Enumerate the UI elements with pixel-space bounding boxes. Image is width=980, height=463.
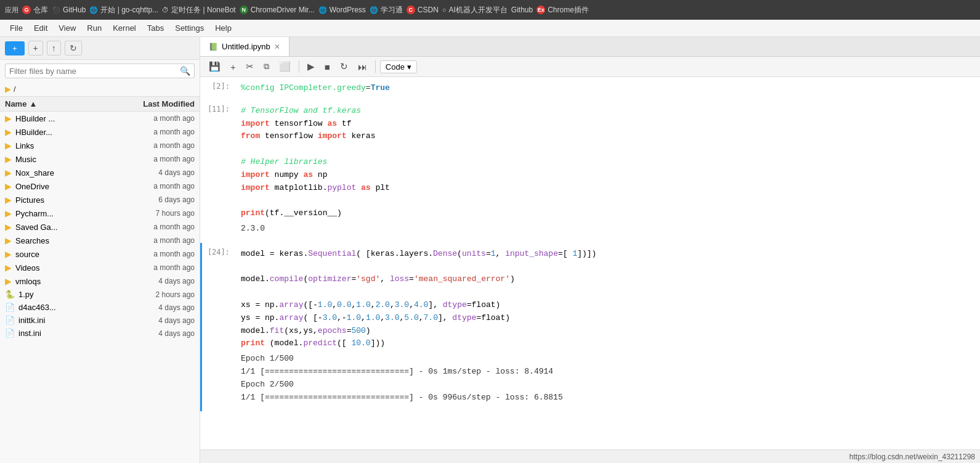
notebook-tab-icon: 📗	[209, 43, 218, 51]
list-item[interactable]: 📄inst.ini 4 days ago	[0, 327, 200, 340]
notebook-tab[interactable]: 📗 Untitled.ipynb ✕	[200, 37, 290, 56]
browser-item-csdn[interactable]: C CSDN	[407, 6, 439, 14]
list-item[interactable]: ▶Saved Ga... a month ago	[0, 220, 200, 234]
file-modified: 6 days ago	[121, 195, 195, 204]
menu-kernel[interactable]: Kernel	[108, 22, 141, 35]
list-item[interactable]: ▶Searches a month ago	[0, 234, 200, 247]
file-modified: 4 days ago	[121, 316, 195, 325]
status-url: https://blog.csdn.net/weixin_43211298	[849, 453, 975, 461]
file-modified: a month ago	[121, 141, 195, 150]
file-modified: 2 hours ago	[121, 290, 195, 299]
code-block: # TensorFlow and tf.keras import tensorf…	[241, 105, 975, 220]
browser-item-apps[interactable]: 应用	[5, 6, 18, 15]
file-name: Music	[15, 155, 36, 164]
cut-button[interactable]: ✂	[242, 59, 257, 74]
menu-view[interactable]: View	[54, 22, 81, 35]
file-name: d4ac463...	[18, 303, 56, 312]
menu-edit[interactable]: Edit	[29, 22, 52, 35]
list-item[interactable]: ▶Pictures 6 days ago	[0, 193, 200, 207]
browser-item-gocq[interactable]: 🌐 开始 | go-cqhttp...	[89, 5, 158, 15]
cell-type-chevron: ▾	[407, 62, 411, 72]
folder-icon-breadcrumb: ▶	[5, 84, 11, 94]
browser-item-xuetong[interactable]: 🌐 学习通	[370, 5, 403, 15]
output-block: 2.3.0	[241, 220, 975, 238]
file-list: ▶HBuilder ... a month ago ▶HBuilder... a…	[0, 112, 200, 463]
column-name: Name ▲	[5, 99, 121, 109]
list-item[interactable]: 📄inittk.ini 4 days ago	[0, 314, 200, 327]
file-name: inst.ini	[18, 329, 41, 338]
file-name: Pictures	[15, 195, 44, 205]
cell-body-24: model = keras.Sequential( [keras.layers.…	[236, 245, 980, 409]
cell-2[interactable]: [2]: %config IPCompleter.greedy=True	[200, 77, 980, 100]
menu-file[interactable]: File	[5, 22, 28, 35]
file-icon: 📄	[5, 303, 15, 312]
search-box: 🔍	[5, 64, 195, 78]
toolbar-separator-2	[375, 60, 376, 73]
list-item[interactable]: ▶OneDrive a month ago	[0, 179, 200, 193]
search-input[interactable]	[9, 67, 180, 76]
fast-forward-button[interactable]: ⏭	[354, 60, 371, 74]
folder-icon: ▶	[5, 181, 12, 191]
notebook-tab-title: Untitled.ipynb	[222, 42, 270, 51]
output-block-24: Epoch 1/500 1/1 [=======================…	[241, 350, 975, 406]
file-modified: 4 days ago	[121, 168, 195, 177]
file-name: Links	[15, 141, 34, 150]
list-item[interactable]: ▶vmloqs 4 days ago	[0, 274, 200, 288]
folder-icon: ▶	[5, 154, 12, 164]
list-item[interactable]: ▶Music a month ago	[0, 152, 200, 166]
list-item[interactable]: ▶source a month ago	[0, 247, 200, 261]
cell-type-label: Code	[386, 62, 405, 72]
add-cell-button[interactable]: +	[227, 60, 240, 74]
new-file-button[interactable]: +	[28, 41, 43, 55]
notebook-toolbar: 💾 + ✂ ⧉ ⬜ ▶ ■ ↻ ⏭ Code ▾	[200, 57, 980, 77]
list-item[interactable]: 📄d4ac463... 4 days ago	[0, 301, 200, 314]
stop-button[interactable]: ■	[321, 60, 334, 74]
list-item[interactable]: ▶Nox_share 4 days ago	[0, 166, 200, 179]
list-item[interactable]: ▶Links a month ago	[0, 139, 200, 152]
browser-item-chrome-plugin[interactable]: Ex Chrome插件	[537, 5, 589, 15]
paste-button[interactable]: ⬜	[275, 59, 294, 74]
menu-tabs[interactable]: Tabs	[142, 22, 169, 35]
file-modified: 4 days ago	[121, 277, 195, 285]
browser-item-cang[interactable]: G 仓库	[22, 5, 48, 15]
list-item[interactable]: ▶HBuilder ... a month ago	[0, 112, 200, 125]
code-block: %config IPCompleter.greedy=True	[241, 82, 975, 95]
restart-button[interactable]: ↻	[336, 59, 352, 74]
list-item[interactable]: 🐍1.py 2 hours ago	[0, 288, 200, 301]
run-button[interactable]: ▶	[304, 59, 318, 74]
tab-close-button[interactable]: ✕	[274, 43, 280, 51]
folder-icon: ▶	[5, 168, 12, 178]
cell-24[interactable]: [24]: model = keras.Sequential( [keras.l…	[200, 243, 980, 412]
browser-bar: 应用 G 仓库 ⚫ GitHub 🌐 开始 | go-cqhttp... ⏱ 定…	[0, 0, 980, 20]
menu-help[interactable]: Help	[210, 22, 237, 35]
sort-icon: ▲	[29, 99, 37, 109]
save-button[interactable]: 💾	[205, 59, 224, 74]
browser-item-ai[interactable]: ○ AI机器人开发平台	[442, 5, 508, 15]
file-icon: 📄	[5, 329, 15, 338]
folder-icon: ▶	[5, 249, 12, 259]
file-list-header[interactable]: Name ▲ Last Modified	[0, 96, 200, 112]
cell-type-selector[interactable]: Code ▾	[380, 60, 417, 73]
menu-run[interactable]: Run	[82, 22, 107, 35]
folder-icon: ▶	[5, 208, 12, 218]
copy-button[interactable]: ⧉	[260, 60, 273, 73]
upload-button[interactable]: ↑	[47, 41, 61, 55]
refresh-button[interactable]: ↻	[65, 41, 82, 55]
new-button[interactable]: +	[5, 41, 25, 55]
browser-item-github[interactable]: ⚫ GitHub	[52, 6, 86, 14]
browser-item-nonebot[interactable]: ⏱ 定时任务 | NoneBot	[162, 5, 235, 15]
cell-11[interactable]: [11]: # TensorFlow and tf.keras import t…	[200, 100, 980, 243]
cell-body-11: # TensorFlow and tf.keras import tensorf…	[236, 102, 980, 240]
browser-item-chromedriver[interactable]: N ChromeDriver Mir...	[240, 6, 315, 14]
file-name: Saved Ga...	[15, 223, 58, 232]
browser-item-wordpress[interactable]: 🌐 WordPress	[318, 6, 366, 14]
folder-icon: ▶	[5, 195, 12, 205]
browser-item-github2[interactable]: Github	[511, 6, 533, 14]
list-item[interactable]: ▶HBuilder... a month ago	[0, 125, 200, 139]
list-item[interactable]: ▶Pycharm... 7 hours ago	[0, 207, 200, 220]
file-icon: 📄	[5, 316, 15, 325]
notebook-area: 📗 Untitled.ipynb ✕ 💾 + ✂ ⧉ ⬜ ▶ ■ ↻ ⏭ Cod…	[200, 37, 980, 463]
folder-icon: ▶	[5, 113, 12, 123]
list-item[interactable]: ▶Videos a month ago	[0, 261, 200, 274]
menu-settings[interactable]: Settings	[170, 22, 209, 35]
